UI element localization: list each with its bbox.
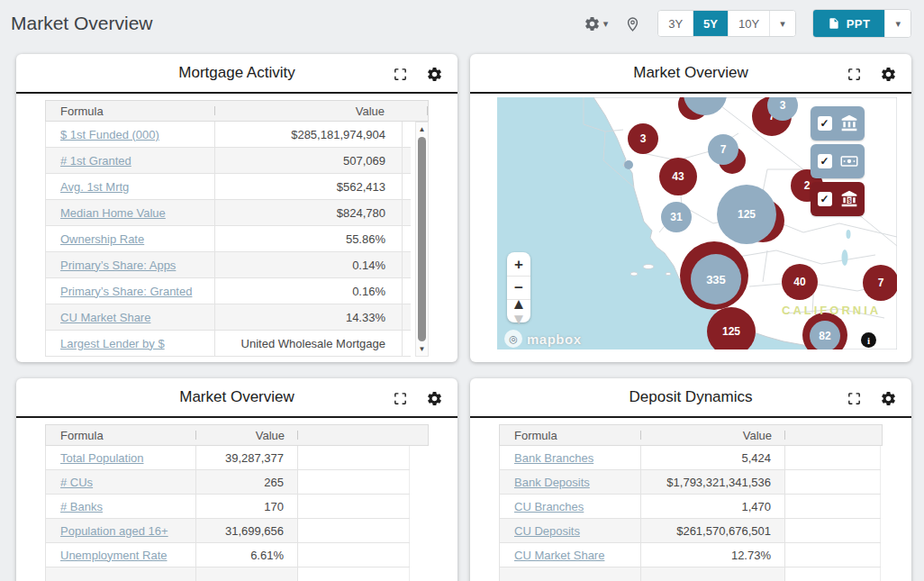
table-row: Population aged 16+31,699,656 xyxy=(45,519,410,543)
column-header-formula[interactable]: Formula xyxy=(46,101,215,121)
mortgage-table: Formula Value $ 1st Funded (000)$285,181… xyxy=(45,100,429,357)
period-5y-button[interactable]: 5Y xyxy=(693,11,728,36)
period-10y-button[interactable]: 10Y xyxy=(728,11,769,36)
table-header: Formula Value xyxy=(499,424,883,446)
value-cell: 0.14% xyxy=(215,252,403,277)
gear-icon xyxy=(426,66,443,83)
map-bubble-blue-125[interactable]: 125 xyxy=(717,185,776,244)
empty-cell xyxy=(785,543,881,567)
formula-link[interactable]: Primary’s Share: Apps xyxy=(60,259,176,272)
column-header-formula[interactable]: Formula xyxy=(46,425,196,445)
formula-link[interactable]: Ownership Rate xyxy=(60,232,144,246)
formula-link[interactable]: Largest Lender by $ xyxy=(60,337,165,350)
formula-link[interactable]: CU Market Share xyxy=(514,549,604,562)
column-header-formula[interactable]: Formula xyxy=(500,425,641,445)
formula-link[interactable]: CU Deposits xyxy=(514,524,580,538)
map-bubble-blue-dot[interactable] xyxy=(624,160,633,169)
checkbox-checked[interactable]: ✓ xyxy=(818,154,832,168)
location-button[interactable] xyxy=(624,15,641,32)
formula-link[interactable]: Bank Branches xyxy=(514,451,593,465)
column-header-value[interactable]: Value xyxy=(196,425,298,445)
value-cell: 0.16% xyxy=(215,278,403,304)
fullscreen-button[interactable] xyxy=(847,67,862,82)
period-3y-button[interactable]: 3Y xyxy=(658,11,693,36)
table-row-partial xyxy=(45,567,410,581)
gear-icon xyxy=(880,390,897,407)
card-header: Mortgage Activity xyxy=(16,54,457,94)
empty-cell xyxy=(298,543,410,567)
scroll-up-arrow-icon[interactable]: ▲ xyxy=(416,123,428,136)
settings-menu-button[interactable]: ▾ xyxy=(584,15,609,32)
map-bubble-blue-335[interactable]: 335 xyxy=(691,254,741,304)
ppt-export-button[interactable]: PPT xyxy=(813,10,885,37)
table-row-partial xyxy=(499,567,881,581)
value-cell: 6.61% xyxy=(196,543,298,567)
formula-link[interactable]: CU Branches xyxy=(514,500,584,513)
zoom-in-button[interactable]: + xyxy=(507,252,530,276)
checkbox-checked[interactable]: ✓ xyxy=(818,192,832,206)
table-row: $ 1st Funded (000)$285,181,974,904 xyxy=(45,122,411,148)
map-bubble-blue-7[interactable]: 7 xyxy=(708,134,738,165)
empty-cell xyxy=(298,470,410,494)
formula-link[interactable]: # Banks xyxy=(60,500,103,513)
column-header-value[interactable]: Value xyxy=(215,101,428,121)
formula-link[interactable]: Median Home Value xyxy=(60,206,166,220)
map-bubble-red-40[interactable]: 40 xyxy=(782,264,818,300)
vertical-scrollbar[interactable]: ▲ ▼ xyxy=(415,122,429,357)
empty-cell xyxy=(785,446,881,469)
map-bubble-blue-31[interactable]: 31 xyxy=(661,202,692,232)
table-row: CU Deposits$261,570,676,501 xyxy=(499,519,881,543)
value-cell: 507,069 xyxy=(215,148,403,173)
table-row: Primary’s Share: Granted0.16% xyxy=(45,278,411,304)
formula-link[interactable]: Unemployment Rate xyxy=(60,549,168,562)
mapbox-map[interactable]: 7 3 3 7 43 2 31 125 335 40 7 125 82 CALI… xyxy=(497,97,897,350)
chevron-down-icon: ▾ xyxy=(603,19,609,29)
toggle-credit-unions-layer[interactable]: ✓ $ xyxy=(811,182,865,216)
formula-link[interactable]: Bank Deposits xyxy=(514,476,590,489)
table-row: CU Branches1,470 xyxy=(499,495,881,519)
map-pitch-control[interactable]: ▲ ▼ xyxy=(507,299,530,322)
toggle-deposits-layer[interactable]: ✓ xyxy=(811,144,865,178)
pitch-down-icon: ▼ xyxy=(512,312,527,327)
card-settings-button[interactable] xyxy=(880,66,897,83)
fullscreen-button[interactable] xyxy=(393,391,408,406)
money-icon xyxy=(840,152,858,170)
pitch-up-icon: ▲ xyxy=(512,296,527,312)
map-bubble-red-3[interactable]: 3 xyxy=(628,123,658,154)
period-dropdown-button[interactable]: ▾ xyxy=(769,11,795,36)
table-row: # 1st Granted507,069 xyxy=(45,148,411,174)
value-cell: $562,413 xyxy=(215,174,403,199)
scroll-down-arrow-icon[interactable]: ▼ xyxy=(416,342,428,356)
formula-link[interactable]: CU Market Share xyxy=(60,311,150,324)
map-bubble-red-43[interactable]: 43 xyxy=(659,158,697,195)
table-row: # CUs265 xyxy=(45,470,410,495)
card-title: Mortgage Activity xyxy=(16,64,457,82)
column-header-value[interactable]: Value xyxy=(641,425,785,445)
formula-link[interactable]: $ 1st Funded (000) xyxy=(60,128,159,141)
page-title: Market Overview xyxy=(11,13,153,34)
toggle-banks-layer[interactable]: ✓ xyxy=(811,106,865,141)
map-bubble-red-7[interactable]: 7 xyxy=(863,265,897,301)
formula-link[interactable]: Primary’s Share: Granted xyxy=(60,285,192,298)
card-settings-button[interactable] xyxy=(426,66,443,83)
fullscreen-button[interactable] xyxy=(393,67,408,82)
formula-link[interactable]: Population aged 16+ xyxy=(60,524,168,538)
checkbox-checked[interactable]: ✓ xyxy=(818,116,832,131)
formula-link[interactable]: Total Population xyxy=(60,451,144,465)
chevron-down-icon: ▾ xyxy=(780,19,785,29)
map-bubble-blue-82[interactable]: 82 xyxy=(810,321,840,350)
formula-link[interactable]: # CUs xyxy=(60,476,93,489)
ppt-dropdown-button[interactable]: ▾ xyxy=(884,10,910,37)
formula-link[interactable]: Avg. 1st Mrtg xyxy=(60,180,129,194)
fullscreen-button[interactable] xyxy=(847,391,862,406)
card-market-overview-table: Market Overview Formula Value Total Popu… xyxy=(16,378,457,581)
card-settings-button[interactable] xyxy=(880,390,897,407)
card-settings-button[interactable] xyxy=(426,390,443,407)
scrollbar-thumb[interactable] xyxy=(418,137,426,341)
empty-cell xyxy=(785,470,881,494)
map-bubble-red-125[interactable]: 125 xyxy=(707,307,756,350)
map-info-button[interactable]: i xyxy=(861,332,876,348)
value-cell: 55.86% xyxy=(215,226,403,251)
formula-link[interactable]: # 1st Granted xyxy=(60,154,131,168)
card-header: Deposit Dynamics xyxy=(470,378,911,418)
